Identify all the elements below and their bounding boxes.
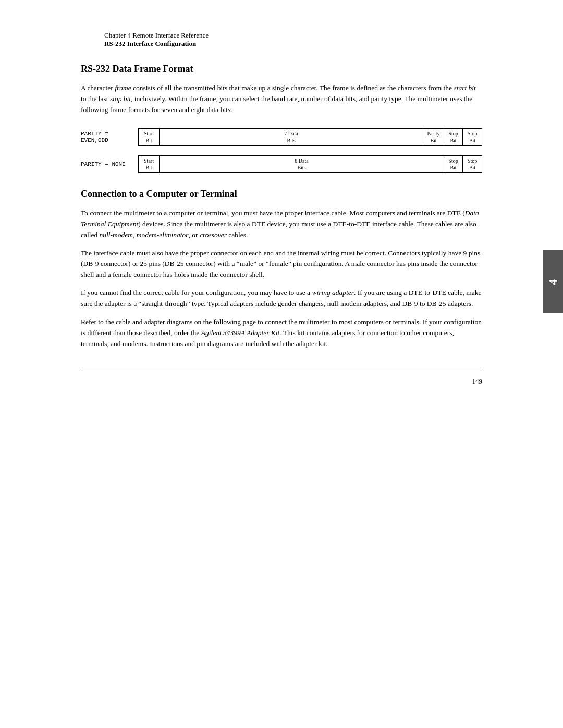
diagram-container: PARITY = EVEN,ODD StartBit 7 DataBits Pa… — [81, 128, 482, 173]
italic-stopbit: stop bit — [110, 95, 131, 103]
italic-wiringadapter: wiring adapter — [312, 289, 354, 297]
chapter-tab: 4 — [543, 250, 563, 313]
page-number: 149 — [0, 377, 563, 386]
frame-cell-stop-2a: StopBit — [444, 156, 463, 172]
italic-agilent: Agilent 34399A Adapter Kit — [201, 329, 280, 337]
section2-body3: If you cannot find the correct cable for… — [81, 288, 482, 310]
italic-frame: frame — [115, 84, 131, 92]
frame-cell-stop-2b: StopBit — [463, 156, 482, 172]
frame-diagram-none: StartBit 8 DataBits StopBit StopBit — [138, 155, 482, 173]
section2-title: Connection to a Computer or Terminal — [81, 189, 482, 200]
italic-dte: Data Terminal Equipment — [81, 209, 479, 228]
frame-cell-data-2: 8 DataBits — [160, 156, 444, 172]
frame-cell-data-1: 7 DataBits — [160, 129, 423, 145]
section2-body4: Refer to the cable and adapter diagrams … — [81, 317, 482, 350]
diagram-row-none: PARITY = NONE StartBit 8 DataBits StopBi… — [81, 155, 482, 173]
frame-cell-stop-1b: StopBit — [463, 129, 482, 145]
italic-crossover: crossover — [200, 231, 227, 239]
section2-body1: To connect the multimeter to a computer … — [81, 208, 482, 241]
frame-diagram-even-odd: StartBit 7 DataBits ParityBit StopBit St… — [138, 128, 482, 146]
frame-cell-parity: ParityBit — [423, 129, 444, 145]
italic-modemeliminator: modem-eliminator — [137, 231, 189, 239]
parity-label-even-odd: PARITY = EVEN,ODD — [81, 128, 138, 146]
frame-cell-start-1: StartBit — [139, 129, 160, 145]
italic-startbit: start bit — [454, 84, 475, 92]
section1-title: RS-232 Data Frame Format — [81, 64, 482, 75]
chapter-label: Chapter 4 Remote Interface Reference — [104, 31, 459, 40]
italic-nullmodem: null-modem — [100, 231, 133, 239]
frame-cell-stop-1a: StopBit — [444, 129, 463, 145]
header: Chapter 4 Remote Interface Reference RS-… — [0, 31, 563, 48]
section-label: RS-232 Interface Configuration — [104, 40, 459, 48]
section2-body2: The interface cable must also have the p… — [81, 248, 482, 281]
section1-body1: A character frame consists of all the tr… — [81, 83, 482, 116]
diagram-row-even-odd: PARITY = EVEN,ODD StartBit 7 DataBits Pa… — [81, 128, 482, 146]
page: Chapter 4 Remote Interface Reference RS-… — [0, 0, 563, 728]
bottom-divider — [81, 371, 482, 371]
frame-cell-start-2: StartBit — [139, 156, 160, 172]
parity-label-none: PARITY = NONE — [81, 155, 138, 173]
chapter-tab-number: 4 — [546, 278, 560, 285]
content-area: RS-232 Data Frame Format A character fra… — [0, 64, 563, 371]
